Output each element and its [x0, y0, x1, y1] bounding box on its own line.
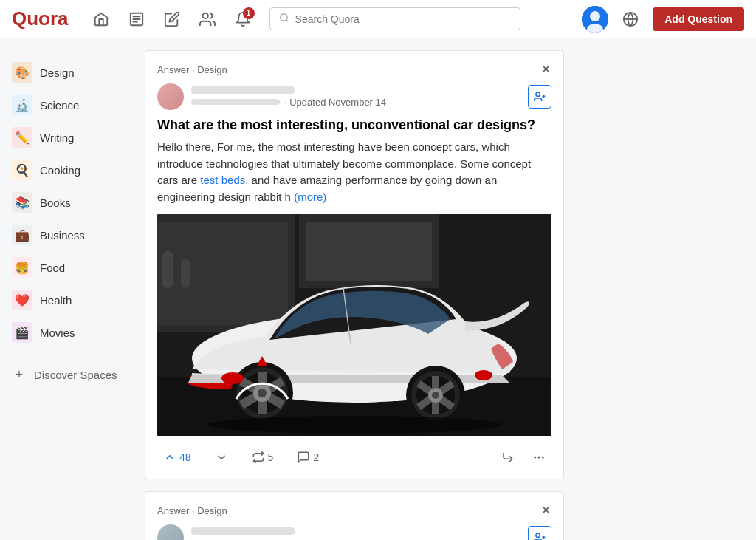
follow-button-2[interactable] [528, 526, 551, 540]
svg-rect-43 [162, 251, 173, 288]
downvote-button-1[interactable] [209, 448, 234, 467]
svg-rect-44 [181, 259, 190, 288]
search-bar[interactable] [269, 7, 520, 30]
sidebar-item-label: Writing [40, 131, 74, 144]
upvote-count-1: 48 [179, 451, 191, 463]
sidebar-item-label: Movies [40, 327, 75, 339]
author-avatar-2 [157, 524, 184, 540]
svg-point-47 [542, 457, 544, 459]
question-title-1: What are the most interesting, unconvent… [157, 117, 551, 133]
author-date-1: · Updated November 14 [284, 97, 386, 108]
author-date-2: · November 25 [269, 538, 332, 541]
upvote-button-1[interactable]: 48 [157, 448, 197, 467]
spaces-nav-button[interactable] [193, 4, 222, 34]
author-meta-placeholder [191, 99, 280, 105]
card-close-button-1[interactable]: ✕ [540, 63, 551, 76]
sidebar-item-label: Health [40, 294, 72, 307]
quora-logo[interactable]: Quora [12, 7, 69, 30]
science-icon: 🔬 [12, 95, 32, 115]
share-button-1[interactable]: 5 [246, 448, 280, 467]
sidebar-item-label: Cooking [40, 164, 80, 177]
svg-point-29 [258, 389, 267, 397]
sidebar-divider [12, 355, 121, 355]
plus-icon: + [12, 367, 27, 382]
svg-point-5 [280, 14, 286, 21]
search-input[interactable] [295, 13, 511, 25]
svg-point-48 [536, 533, 540, 537]
search-icon [279, 13, 289, 25]
sidebar-item-label: Books [40, 196, 71, 209]
write-nav-button[interactable] [157, 4, 187, 34]
notifications-nav-button[interactable]: 1 [228, 4, 258, 34]
sidebar-item-cooking[interactable]: 🍳 Cooking [0, 154, 133, 186]
author-name-placeholder-2 [191, 527, 295, 535]
answer-card-1: Answer · Design ✕ · Updated November 14 … [145, 50, 564, 479]
svg-point-39 [475, 370, 492, 380]
svg-point-37 [432, 392, 439, 399]
svg-point-38 [221, 372, 244, 384]
more-link-1[interactable]: (more) [294, 191, 326, 203]
svg-point-46 [538, 457, 540, 459]
comment-count-1: 2 [313, 451, 319, 463]
answer-text-1: Hello there, For me, the most interestin… [157, 139, 551, 205]
card-actions-1: 48 5 2 [157, 445, 551, 467]
notification-badge: 1 [243, 7, 255, 19]
discover-spaces-label: Discover Spaces [34, 369, 117, 381]
svg-point-42 [207, 416, 502, 434]
header-right: Add Question [582, 6, 744, 33]
sidebar-discover-spaces[interactable]: + Discover Spaces [0, 361, 133, 388]
answers-nav-button[interactable] [122, 4, 151, 34]
sidebar-item-design[interactable]: 🎨 Design [0, 56, 133, 89]
svg-line-6 [286, 20, 288, 22]
writing-icon: ✏️ [12, 127, 32, 148]
follow-button-1[interactable] [528, 85, 551, 109]
comment-button-1[interactable]: 2 [291, 448, 325, 467]
sidebar-item-books[interactable]: 📚 Books [0, 186, 133, 219]
main-content: Answer · Design ✕ · Updated November 14 … [133, 50, 576, 540]
sidebar-item-movies[interactable]: 🎬 Movies [0, 316, 133, 349]
card-tag-2: Answer · Design [157, 505, 227, 516]
language-button[interactable] [617, 6, 644, 33]
food-icon: 🍔 [12, 257, 32, 278]
car-image-1 [157, 214, 551, 436]
author-avatar-1 [157, 83, 184, 110]
svg-rect-19 [306, 222, 432, 281]
user-avatar[interactable] [582, 6, 608, 33]
card-actions-right-1 [495, 448, 551, 467]
sidebar-item-writing[interactable]: ✏️ Writing [0, 121, 133, 154]
home-nav-button[interactable] [86, 4, 116, 34]
author-info-2: · November 25 [191, 527, 520, 541]
sidebar-item-label: Design [40, 66, 75, 79]
sidebar-item-label: Business [40, 229, 85, 242]
card-header-1: Answer · Design ✕ [157, 63, 551, 76]
card-author-2: · November 25 [157, 524, 551, 540]
main-layout: 🎨 Design 🔬 Science ✏️ Writing 🍳 Cooking … [0, 38, 756, 540]
health-icon: ❤️ [12, 290, 32, 310]
sidebar: 🎨 Design 🔬 Science ✏️ Writing 🍳 Cooking … [0, 50, 133, 540]
svg-point-12 [536, 92, 540, 96]
sidebar-item-business[interactable]: 💼 Business [0, 219, 133, 251]
test-beds-link[interactable]: test beds [200, 174, 245, 186]
sidebar-item-science[interactable]: 🔬 Science [0, 89, 133, 121]
forward-button-1[interactable] [495, 448, 520, 467]
svg-point-45 [534, 457, 536, 459]
more-options-button-1[interactable] [526, 448, 551, 467]
svg-rect-17 [157, 222, 288, 325]
card-close-button-2[interactable]: ✕ [540, 504, 551, 517]
books-icon: 📚 [12, 192, 32, 213]
add-question-button[interactable]: Add Question [653, 7, 744, 31]
card-header-2: Answer · Design ✕ [157, 504, 551, 517]
sidebar-item-label: Food [40, 262, 65, 274]
business-icon: 💼 [12, 225, 32, 245]
svg-point-4 [202, 13, 207, 18]
sidebar-item-food[interactable]: 🍔 Food [0, 251, 133, 284]
svg-point-8 [590, 11, 600, 21]
sidebar-item-health[interactable]: ❤️ Health [0, 284, 133, 316]
cooking-icon: 🍳 [12, 160, 32, 180]
movies-icon: 🎬 [12, 322, 32, 343]
nav-icons: 1 [86, 4, 258, 34]
author-info-1: · Updated November 14 [191, 86, 520, 108]
share-count-1: 5 [268, 451, 274, 463]
author-name-placeholder [191, 86, 295, 94]
design-icon: 🎨 [12, 62, 32, 83]
